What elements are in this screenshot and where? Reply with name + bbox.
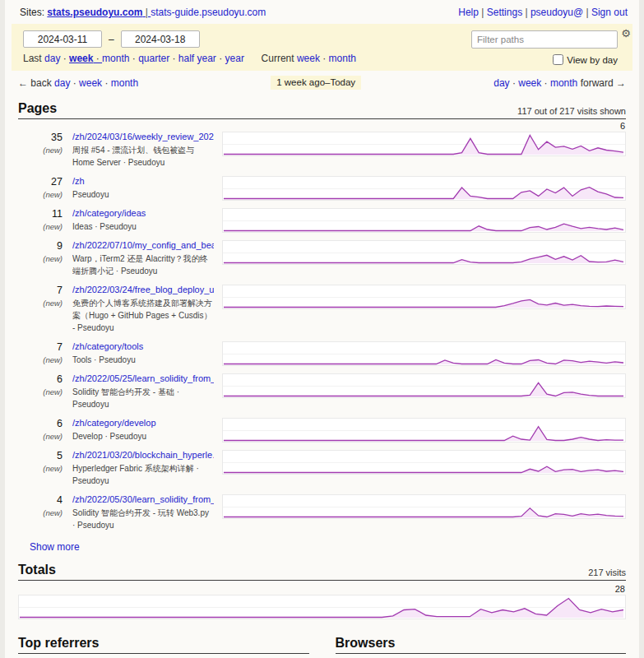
account-link[interactable]: pseudoyu@	[530, 7, 591, 18]
page-row: 4 (new) /zh/2022/05/30/learn_solidity_fr…	[18, 494, 626, 531]
page-new-badge: (new)	[30, 464, 63, 473]
page-sparkline-chart[interactable]	[222, 208, 626, 233]
period-month[interactable]: month	[102, 53, 138, 64]
page-sparkline-chart[interactable]	[222, 450, 626, 475]
page-visit-count: 9	[30, 240, 63, 252]
page-sparkline-chart[interactable]	[222, 341, 626, 366]
page-sparkline-chart[interactable]	[222, 132, 626, 156]
page-sparkline-chart[interactable]	[222, 494, 626, 519]
page-sparkline-chart[interactable]	[222, 176, 626, 201]
page-row: 7 (new) /zh/2022/03/24/free_blog_deploy_…	[18, 285, 626, 334]
page-title-text: Solidity 智能合约开发 - 基础 · Pseudoyu	[72, 386, 214, 410]
totals-title: Totals	[18, 563, 56, 577]
page-new-badge: (new)	[30, 254, 63, 263]
page-sparkline-chart[interactable]	[222, 373, 626, 398]
view-by-day-checkbox[interactable]	[553, 54, 563, 65]
gear-icon[interactable]: ⚙	[621, 27, 631, 39]
time-navigation: ← back dayweekmonth 1 week ago–Today day…	[5, 71, 639, 91]
current-range-chip: 1 week ago–Today	[271, 76, 361, 90]
browsers-title: Browsers	[336, 636, 396, 651]
page-row: 11 (new) /zh/category/ideas Ideas · Pseu…	[18, 208, 626, 233]
totals-visits-note: 217 visits	[588, 568, 626, 577]
page-path-link[interactable]: /zh	[72, 176, 214, 186]
date-end-input[interactable]	[121, 30, 200, 48]
pages-section: Pages 117 out of 217 visits shown 6 35 (…	[18, 101, 626, 553]
page-row: 9 (new) /zh/2022/07/10/my_config_and_bea…	[18, 240, 626, 277]
page-path-link[interactable]: /zh/category/ideas	[72, 208, 214, 218]
help-link[interactable]: Help	[458, 7, 486, 18]
page-title-text: Hyperledger Fabric 系统架构详解 · Pseudoyu	[72, 462, 214, 487]
page-sparkline-chart[interactable]	[222, 285, 626, 309]
forward-week-link[interactable]: week	[518, 77, 550, 89]
page-title-text: Develop · Pseudoyu	[72, 430, 214, 443]
page-new-badge: (new)	[30, 222, 63, 231]
page-new-badge: (new)	[30, 355, 63, 364]
page-visit-count: 6	[30, 418, 63, 429]
period-quarter[interactable]: quarter	[138, 53, 178, 64]
sites-list: Sites: stats.pseudoyu.comstats-guide.pse…	[20, 7, 266, 18]
forward-month-link[interactable]: month	[550, 77, 577, 89]
totals-sparkline-chart[interactable]	[18, 595, 626, 619]
back-nav: ← back dayweekmonth	[18, 77, 138, 89]
current-week[interactable]: week	[297, 53, 329, 64]
current-label: Current	[262, 53, 294, 64]
forward-day-link[interactable]: day	[493, 77, 518, 89]
page-path-link[interactable]: /zh/2022/03/24/free_blog_deploy_u…	[72, 285, 214, 294]
goatcounter-dashboard: Sites: stats.pseudoyu.comstats-guide.pse…	[5, 0, 639, 658]
page-path-link[interactable]: /zh/category/tools	[72, 341, 214, 351]
back-arrow-icon: ←	[18, 77, 28, 89]
pages-show-more-link[interactable]: Show more	[30, 541, 80, 553]
page-path-link[interactable]: /zh/2022/07/10/my_config_and_bea…	[72, 240, 214, 250]
pages-scale-label: 6	[620, 121, 625, 131]
forward-label: forward	[581, 77, 614, 89]
referrers-title: Top referrers	[18, 636, 99, 651]
period-day[interactable]: day	[44, 53, 69, 64]
page-row: 6 (new) /zh/2022/05/25/learn_solidity_fr…	[18, 373, 626, 410]
page-path-link[interactable]: /zh/2024/03/16/weekly_review_202…	[72, 132, 214, 141]
page-path-link[interactable]: /zh/2021/03/20/blockchain_hyperle…	[72, 450, 214, 460]
totals-section: Totals 217 visits 28	[18, 563, 626, 619]
period-half-year[interactable]: half year	[178, 53, 225, 64]
page-row: 7 (new) /zh/category/tools Tools · Pseud…	[18, 341, 626, 366]
page-new-badge: (new)	[30, 299, 63, 308]
page-visit-count: 5	[30, 450, 63, 461]
totals-scale-label: 28	[615, 584, 625, 594]
back-month-link[interactable]: month	[111, 77, 138, 89]
period-week[interactable]: week	[69, 53, 102, 64]
page-row: 27 (new) /zh Pseudoyu	[18, 176, 626, 201]
page-path-link[interactable]: /zh/2022/05/30/learn_solidity_from_…	[72, 494, 214, 504]
page-title-text: 免费的个人博客系统搭建及部署解决方案（Hugo + GitHub Pages +…	[72, 297, 214, 334]
page-visit-count: 6	[30, 373, 63, 385]
page-title-text: Tools · Pseudoyu	[72, 354, 214, 366]
current-month[interactable]: month	[329, 53, 356, 64]
settings-link[interactable]: Settings	[487, 7, 530, 18]
page-path-link[interactable]: /zh/category/develop	[72, 418, 214, 428]
account-nav: HelpSettingspseudoyu@Sign out	[458, 7, 628, 18]
page-title-text: 周报 #54 - 漂流计划、钱包被盗与 Home Server · Pseudo…	[72, 144, 214, 169]
last-label: Last	[23, 53, 42, 64]
site-link-secondary[interactable]: stats-guide.pseudoyu.com	[151, 7, 266, 18]
page-sparkline-chart[interactable]	[222, 418, 626, 443]
date-start-input[interactable]	[23, 30, 102, 48]
page-visit-count: 11	[30, 208, 63, 220]
page-sparkline-chart[interactable]	[222, 240, 626, 265]
signout-link[interactable]: Sign out	[591, 7, 628, 18]
page-path-link[interactable]: /zh/2022/05/25/learn_solidity_from_…	[72, 373, 214, 383]
pages-title: Pages	[18, 101, 57, 116]
date-toolbar: – Last dayweekmonthquarterhalf yearyear …	[12, 24, 632, 71]
page-visit-count: 7	[30, 285, 63, 296]
page-title-text: Ideas · Pseudoyu	[72, 220, 214, 233]
page-new-badge: (new)	[30, 387, 63, 396]
page-new-badge: (new)	[30, 190, 63, 199]
view-by-day-label: View by day	[567, 55, 618, 65]
page-title-text: Pseudoyu	[72, 188, 214, 201]
pages-visits-note: 117 out of 217 visits shown	[517, 106, 626, 116]
period-year[interactable]: year	[225, 53, 244, 64]
forward-nav: dayweekmonth forward →	[493, 77, 626, 89]
filter-paths-input[interactable]	[471, 30, 618, 49]
back-week-link[interactable]: week	[79, 77, 111, 89]
back-label: back	[30, 77, 51, 89]
back-day-link[interactable]: day	[54, 77, 79, 89]
site-link-current[interactable]: stats.pseudoyu.com	[47, 7, 151, 18]
forward-arrow-icon: →	[616, 77, 626, 89]
